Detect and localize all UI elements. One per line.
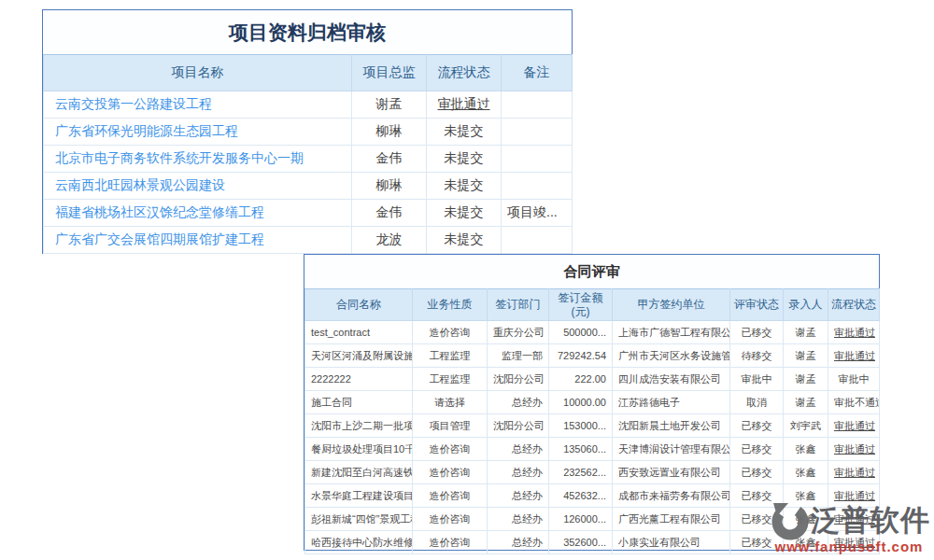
project-name-link[interactable]: 云南西北旺园林景观公园建设 xyxy=(44,173,352,200)
contract-amount: 126000... xyxy=(549,508,613,531)
archive-table-header-row: 项目名称项目总监流程状态备注 xyxy=(44,55,573,91)
project-director: 金伟 xyxy=(352,200,427,227)
flow-status-link[interactable]: 审批不通过 xyxy=(828,391,880,414)
remark-text xyxy=(502,119,573,146)
party-a-link[interactable]: 江苏路德电子 xyxy=(613,391,730,414)
flow-status-link[interactable]: 未提交 xyxy=(427,146,502,173)
business-nature: 造价咨询 xyxy=(413,508,488,531)
project-director: 谢孟 xyxy=(352,91,427,119)
review-status: 待移交 xyxy=(730,344,784,368)
party-a-link[interactable]: 沈阳新晨土地开发公司 xyxy=(613,414,730,438)
project-archive-table: 项目名称项目总监流程状态备注 云南交投第一公路建设工程谢孟审批通过广东省环保光明… xyxy=(43,54,573,254)
party-a-link[interactable]: 上海市广德智工程有限公司 xyxy=(613,321,730,344)
contract-amount: 352600... xyxy=(549,531,613,554)
project-archive-review-panel: 项目资料归档审核 项目名称项目总监流程状态备注 云南交投第一公路建设工程谢孟审批… xyxy=(42,9,573,254)
business-nature: 工程监理 xyxy=(413,344,488,368)
signing-department: 总经办 xyxy=(488,508,549,531)
party-a-link[interactable]: 四川成浩安装有限公司 xyxy=(613,368,730,391)
column-header: 流程状态 xyxy=(828,289,880,321)
signing-department: 沈阳分公司 xyxy=(488,368,549,391)
remark-text xyxy=(502,91,573,119)
business-nature: 项目管理 xyxy=(413,414,488,438)
column-header: 备注 xyxy=(502,55,573,91)
project-name-link[interactable]: 福建省桃场社区汉馀纪念堂修缮工程 xyxy=(44,200,352,227)
fanpu-logo-icon xyxy=(768,499,809,540)
signing-department: 沈阳分公司 xyxy=(488,414,549,438)
column-header: 录入人 xyxy=(784,289,828,321)
project-name-link[interactable]: 云南交投第一公路建设工程 xyxy=(44,91,352,119)
party-a-link[interactable]: 成都市来福劳务有限公司 xyxy=(613,484,730,508)
contract-amount: 222.00 xyxy=(549,368,613,391)
party-a-link[interactable]: 小康实业有限公司 xyxy=(613,531,730,554)
contract-name-link[interactable]: test_contract xyxy=(305,321,413,344)
project-row: 福建省桃场社区汉馀纪念堂修缮工程金伟未提交项目竣... xyxy=(44,200,573,227)
entry-person: 谢孟 xyxy=(784,391,828,414)
project-row: 广东省广交会展馆四期展馆扩建工程龙波未提交 xyxy=(44,227,573,254)
business-nature: 工程监理 xyxy=(413,368,488,391)
contract-row: 新建沈阳至白河高速铁...造价咨询总经办232562...西安致远置业有限公司已… xyxy=(305,461,880,484)
contract-name-link[interactable]: 哈西接待中心防水维修... xyxy=(305,531,413,554)
column-header: 项目名称 xyxy=(44,55,352,91)
review-status: 已移交 xyxy=(730,321,784,344)
signing-department: 重庆分公司 xyxy=(488,321,549,344)
flow-status-link[interactable]: 未提交 xyxy=(427,227,502,254)
contract-row: test_contract造价咨询重庆分公司500000...上海市广德智工程有… xyxy=(305,321,880,344)
contract-name-link[interactable]: 施工合同 xyxy=(305,391,413,414)
contract-amount: 232562... xyxy=(549,461,613,484)
party-a-link[interactable]: 广西光薰工程有限公司 xyxy=(613,508,730,531)
review-status: 取消 xyxy=(730,391,784,414)
screen: 项目资料归档审核 项目名称项目总监流程状态备注 云南交投第一公路建设工程谢孟审批… xyxy=(0,0,934,560)
review-status: 已移交 xyxy=(730,414,784,438)
flow-status-link[interactable]: 审批通过 xyxy=(828,344,880,368)
review-status: 审批中 xyxy=(730,368,784,391)
party-a-link[interactable]: 广州市天河区水务设施管... xyxy=(613,344,730,368)
contract-name-link[interactable]: 餐厨垃圾处理项目10千... xyxy=(305,438,413,461)
contract-name-link[interactable]: 彭祖新城“四馆”景观工程 xyxy=(305,508,413,531)
entry-person: 谢孟 xyxy=(784,368,828,391)
entry-person: 刘宇武 xyxy=(784,414,828,438)
contract-name-link[interactable]: 水景华庭工程建设项目 xyxy=(305,484,413,508)
project-director: 柳琳 xyxy=(352,119,427,146)
contract-name-link[interactable]: 新建沈阳至白河高速铁... xyxy=(305,461,413,484)
flow-status-link[interactable]: 审批通过 xyxy=(828,438,880,461)
flow-status-link[interactable]: 未提交 xyxy=(427,173,502,200)
contract-panel-title: 合同评审 xyxy=(304,255,879,288)
signing-department: 总经办 xyxy=(488,391,549,414)
column-header: 项目总监 xyxy=(352,55,427,91)
project-name-link[interactable]: 广东省广交会展馆四期展馆扩建工程 xyxy=(44,227,352,254)
project-row: 广东省环保光明能源生态园工程柳琳未提交 xyxy=(44,119,573,146)
flow-status-link[interactable]: 未提交 xyxy=(427,200,502,227)
flow-status-link[interactable]: 审批通过 xyxy=(828,414,880,438)
entry-person: 谢孟 xyxy=(784,344,828,368)
project-row: 云南交投第一公路建设工程谢孟审批通过 xyxy=(44,91,573,119)
contract-name-link[interactable]: 天河区河涌及附属设施... xyxy=(305,344,413,368)
contract-row: 天河区河涌及附属设施...工程监理监理一部729242.54广州市天河区水务设施… xyxy=(305,344,880,368)
remark-text: 项目竣... xyxy=(502,200,573,227)
flow-status-link[interactable]: 审批通过 xyxy=(828,461,880,484)
flow-status-link[interactable]: 审批中 xyxy=(828,368,880,391)
party-a-link[interactable]: 西安致远置业有限公司 xyxy=(613,461,730,484)
column-header: 签订金额(元) xyxy=(549,289,613,321)
party-a-link[interactable]: 天津博润设计管理有限公司 xyxy=(613,438,730,461)
business-nature: 造价咨询 xyxy=(413,461,488,484)
column-header: 业务性质 xyxy=(413,289,488,321)
contract-amount: 135060... xyxy=(549,438,613,461)
project-director: 金伟 xyxy=(352,146,427,173)
flow-status-link[interactable]: 审批通过 xyxy=(828,321,880,344)
contract-name-link[interactable]: 沈阳市上沙二期一批项... xyxy=(305,414,413,438)
column-header: 评审状态 xyxy=(730,289,784,321)
entry-person: 张鑫 xyxy=(784,461,828,484)
project-row: 云南西北旺园林景观公园建设柳琳未提交 xyxy=(44,173,573,200)
business-nature: 造价咨询 xyxy=(413,531,488,554)
flow-status-link[interactable]: 未提交 xyxy=(427,119,502,146)
project-name-link[interactable]: 北京市电子商务软件系统开发服务中心一期 xyxy=(44,146,352,173)
archive-panel-title: 项目资料归档审核 xyxy=(43,10,572,54)
contract-table-header-row: 合同名称业务性质签订部门签订金额(元)甲方签约单位评审状态录入人流程状态 xyxy=(305,289,880,321)
contract-amount: 153000... xyxy=(549,414,613,438)
contract-amount: 500000... xyxy=(549,321,613,344)
contract-amount: 452632... xyxy=(549,484,613,508)
signing-department: 总经办 xyxy=(488,461,549,484)
flow-status-link[interactable]: 审批通过 xyxy=(427,91,502,119)
contract-name-link[interactable]: 2222222 xyxy=(305,368,413,391)
project-name-link[interactable]: 广东省环保光明能源生态园工程 xyxy=(44,119,352,146)
